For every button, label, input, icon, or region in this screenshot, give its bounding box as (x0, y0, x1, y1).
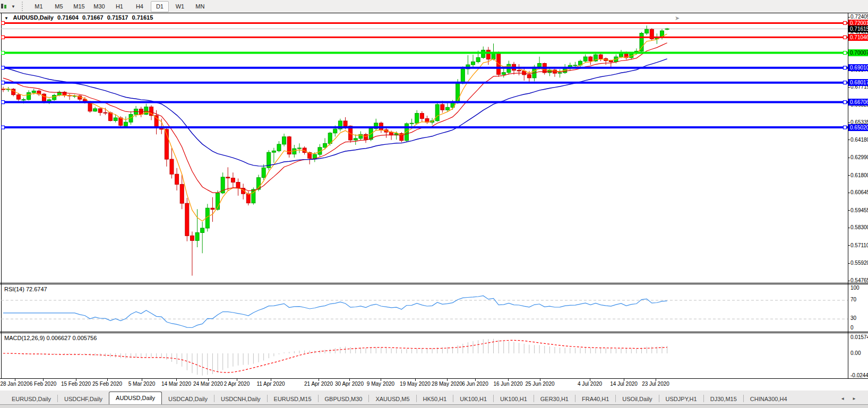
line-price-label: 0.70007 (848, 49, 868, 56)
price-tick (848, 158, 850, 158)
date-label: 19 May 2020 (400, 381, 431, 387)
tool-dropdown-caret-icon[interactable]: ▼ (11, 4, 15, 9)
bottom-tab-eurusd-m15[interactable]: EURUSD,M15 (268, 394, 318, 404)
price-tick-label: 0.72405 (850, 14, 868, 20)
indicator-axis-label: 0.00 (850, 350, 861, 356)
chart-title: ▼ AUDUSD,Daily 0.71604 0.71667 0.71517 0… (4, 14, 155, 21)
date-label: 23 Jul 2020 (642, 381, 669, 387)
timeframe-button-mn[interactable]: MN (191, 1, 209, 12)
line-price-label: 0.69010 (848, 64, 868, 71)
bottom-tab-china300-h4[interactable]: CHINA300,H4 (744, 394, 794, 404)
date-label: 2 Apr 2020 (224, 381, 250, 387)
price-tick (848, 140, 850, 140)
bottom-tab-usdchf-daily[interactable]: USDCHF,Daily (58, 394, 109, 404)
timeframe-button-h4[interactable]: H4 (131, 1, 149, 12)
price-tick (848, 193, 850, 193)
date-label: 6 Feb 2020 (30, 381, 57, 387)
price-tick (848, 263, 850, 264)
line-price-label: 0.71046 (848, 34, 868, 41)
chart-tool-icon[interactable] (1, 2, 9, 11)
price-tick-label: 0.55920 (850, 260, 868, 266)
date-axis[interactable]: 28 Jan 20206 Feb 202015 Feb 202025 Feb 2… (0, 379, 868, 390)
price-tick-label: 0.60645 (850, 189, 868, 195)
price-tick (848, 228, 850, 228)
main-price-chart[interactable] (1, 13, 848, 283)
indicator-axis-label: 70 (850, 297, 856, 302)
rsi-label: RSI(14) 72.6747 (4, 286, 47, 292)
price-tick (848, 281, 850, 281)
bottom-tab-hk50-h1[interactable]: HK50,H1 (417, 394, 453, 404)
price-tick-label: 0.61800 (850, 172, 868, 178)
bottom-tab-usdjpy-h1[interactable]: USDJPY,H1 (659, 394, 703, 404)
chart-title-caret-icon[interactable]: ▼ (4, 16, 8, 21)
date-label: 25 Jun 2020 (525, 381, 554, 387)
indicator-axis-label: 30 (850, 315, 856, 321)
tab-scroll-left-icon[interactable]: ◄ (840, 396, 852, 401)
date-label: 14 Jul 2020 (610, 381, 638, 387)
date-label: 28 May 2020 (432, 381, 462, 387)
timeframe-button-w1[interactable]: W1 (171, 1, 189, 12)
bottom-tab-gbpusd-m30[interactable]: GBPUSD,M30 (319, 394, 369, 404)
bottom-tab-usoil-daily[interactable]: USOil,Daily (616, 394, 658, 404)
chart-open: 0.71604 (57, 14, 79, 21)
price-axis[interactable]: 0.724050.712150.700250.688700.677150.665… (848, 0, 868, 390)
line-price-label: 0.66706 (848, 99, 868, 106)
date-label: 11 Apr 2020 (256, 381, 285, 387)
date-label: 5 Mar 2020 (128, 381, 156, 387)
top-toolbar: ▼ M1M5M15M30H1H4D1W1MN (0, 0, 868, 13)
status-strip (0, 404, 868, 408)
bottom-tab-fra40-h1[interactable]: FRA40,H1 (575, 394, 615, 404)
price-tick-label: 0.59455 (850, 207, 868, 213)
bottom-tab-xauusd-m5[interactable]: XAUUSD,M5 (369, 394, 416, 404)
price-tick (848, 17, 850, 18)
date-label: 15 Feb 2020 (61, 381, 91, 387)
bottom-tab-uk100-h1[interactable]: UK100,H1 (494, 394, 534, 404)
timeframe-button-m5[interactable]: M5 (50, 1, 68, 12)
bottom-tab-ger30-h1[interactable]: GER30,H1 (534, 394, 575, 404)
chart-symbol: AUDUSD,Daily (13, 14, 54, 21)
date-label: 14 Mar 2020 (161, 381, 191, 387)
tab-scroll-right-icon[interactable]: ► (852, 396, 864, 401)
line-price-label: 0.65020 (848, 124, 868, 131)
bottom-tab-eurusd-daily[interactable]: EURUSD,Daily (5, 394, 57, 404)
price-tick-label: 0.64180 (850, 137, 868, 143)
price-tick-label: 0.54765 (850, 277, 868, 283)
chart-low: 0.71517 (107, 14, 128, 21)
price-tick-label: 0.62990 (850, 154, 868, 160)
timeframe-button-d1[interactable]: D1 (151, 1, 169, 12)
date-label: 30 Apr 2020 (335, 381, 364, 387)
line-price-label: 0.71615 (848, 25, 868, 32)
timeframe-button-h1[interactable]: H1 (110, 1, 128, 12)
indicator-axis-label: 0 (850, 325, 854, 331)
rsi-panel-bottom-border (0, 332, 868, 332)
macd-indicator-chart[interactable] (1, 333, 848, 378)
timeframe-button-m30[interactable]: M30 (90, 1, 108, 12)
chart-tab-bar: EURUSD,DailyUSDCHF,DailyAUDUSD,DailyUSDC… (0, 390, 868, 404)
tab-scroll-arrows[interactable]: ◄► (840, 396, 864, 401)
bottom-tab-audusd-daily[interactable]: AUDUSD,Daily (109, 392, 162, 404)
timeframe-button-m1[interactable]: M1 (30, 1, 48, 12)
price-tick-label: 0.57110 (850, 242, 868, 248)
price-tick (848, 210, 850, 211)
price-tick (848, 175, 850, 176)
price-tick (848, 123, 850, 123)
rsi-indicator-chart[interactable] (1, 284, 848, 332)
timeframe-button-group: M1M5M15M30H1H4D1W1MN (29, 1, 210, 12)
bottom-tab-uk100-h1[interactable]: UK100,H1 (453, 394, 493, 404)
date-label: 4 Jul 2020 (578, 381, 602, 387)
bottom-tab-usdcnh-daily[interactable]: USDCNH,Daily (214, 394, 267, 404)
bottom-tab-dj30-m15[interactable]: DJ30,M15 (704, 394, 743, 404)
date-label: 6 Jun 2020 (462, 381, 488, 387)
timeframe-button-m15[interactable]: M15 (70, 1, 88, 12)
tabs-container: EURUSD,DailyUSDCHF,DailyAUDUSD,DailyUSDC… (5, 392, 794, 404)
macd-label: MACD(12,26,9) 0.006627 0.005756 (4, 335, 97, 341)
toolbar-grip (22, 2, 25, 11)
date-label: 9 May 2020 (367, 381, 394, 387)
bottom-tab-usdcad-daily[interactable]: USDCAD,Daily (162, 394, 214, 404)
main-panel-bottom-border (0, 283, 868, 283)
indicator-axis-label: -0.02441 (850, 372, 868, 378)
indicator-axis-label: 0.01574 (850, 334, 868, 340)
date-label: 25 Feb 2020 (92, 381, 122, 387)
date-label: 28 Jan 2020 (0, 381, 29, 387)
price-tick (848, 245, 850, 246)
